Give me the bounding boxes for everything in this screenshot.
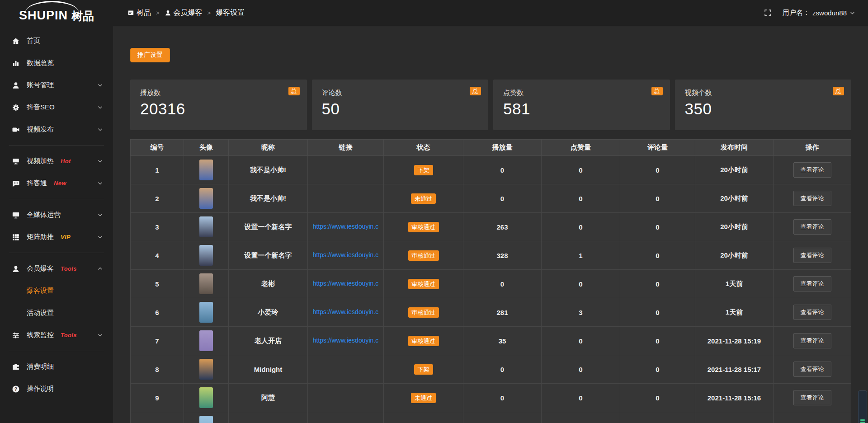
stat-label: 视频个数 [685, 89, 842, 97]
stat-value: 350 [685, 100, 842, 118]
video-link[interactable]: https://www.iesdouyin.c [313, 308, 379, 315]
fullscreen-icon[interactable] [764, 9, 772, 17]
breadcrumb-label: 会员爆客 [174, 8, 203, 18]
floating-widget[interactable] [858, 390, 867, 423]
sidebar-item-operation-guide[interactable]: ? 操作说明 [0, 378, 113, 400]
stat-value: 50 [322, 100, 479, 118]
status-badge: 下架 [414, 165, 433, 175]
row-plays: 0 [500, 280, 504, 288]
sidebar-item-label: 全媒体运营 [27, 211, 61, 219]
column-header: 昵称 [229, 140, 308, 156]
breadcrumb-item-member[interactable]: 会员爆客 [165, 8, 203, 18]
row-comments: 0 [656, 309, 659, 316]
total-badge: 总 [470, 87, 481, 95]
view-comments-button[interactable]: 查看评论 [793, 333, 831, 348]
view-comments-button[interactable]: 查看评论 [793, 276, 831, 291]
view-comments-button[interactable]: 查看评论 [793, 162, 831, 178]
sidebar-item-account-management[interactable]: 账号管理 [0, 74, 113, 96]
sidebar-item-label: 账号管理 [27, 81, 54, 89]
row-likes: 0 [579, 166, 582, 174]
sidebar-item-media-operation[interactable]: 全媒体运营 [0, 204, 113, 226]
chevron-down-icon [97, 104, 103, 110]
row-nickname: 老人开店 [255, 337, 282, 344]
status-badge: 审核通过 [408, 222, 439, 232]
promo-settings-button[interactable]: 推广设置 [130, 48, 170, 62]
sidebar-item-home[interactable]: 首页 [0, 30, 113, 52]
row-id: 2 [155, 195, 159, 202]
bar-chart-icon [12, 59, 20, 67]
user-menu[interactable]: 用户名：zswodun88 [783, 9, 855, 17]
stat-card: 点赞数 581 总 [493, 80, 670, 130]
sliders-icon [12, 331, 20, 339]
sidebar-item-matrix-boost[interactable]: 矩阵助推 VIP [0, 226, 113, 248]
main-content: 推广设置 播放数 20316 总 评论数 50 总 点赞数 581 总 视频个数… [113, 26, 868, 423]
status-badge: 未通过 [411, 193, 436, 204]
video-link[interactable]: https://www.iesdouyin.c [313, 337, 379, 344]
row-plays: 328 [496, 252, 508, 259]
view-comments-button[interactable]: 查看评论 [793, 390, 831, 405]
table-row: 6 小爱玲 https://www.iesdouyin.c 审核通过 281 3… [131, 298, 851, 327]
sidebar-item-video-publish[interactable]: 视频发布 [0, 118, 113, 141]
sidebar-item-badge: Hot [61, 158, 71, 164]
row-likes: 0 [579, 280, 582, 288]
row-likes: 0 [579, 195, 582, 202]
sidebar-item-douyin-seo[interactable]: 抖音SEO [0, 96, 113, 118]
row-plays: 0 [500, 366, 504, 373]
sidebar-item-video-heating[interactable]: 视频加热 Hot [0, 150, 113, 172]
stat-value: 20316 [140, 100, 297, 118]
sidebar-item-consumption-detail[interactable]: 消费明细 [0, 356, 113, 378]
sidebar-item-label: 视频加热 [27, 157, 54, 165]
breadcrumb-item-home[interactable]: 树品 [127, 8, 151, 18]
sidebar-subitem-baoke-settings[interactable]: 爆客设置 [0, 280, 113, 302]
avatar [199, 330, 213, 351]
sidebar-item-member-baoke[interactable]: 会员爆客 Tools [0, 258, 113, 280]
sidebar-subitem-activity-settings[interactable]: 活动设置 [0, 302, 113, 324]
sidebar-item-label: 操作说明 [27, 385, 54, 393]
stat-card: 视频个数 350 总 [675, 80, 852, 130]
chevron-down-icon [97, 332, 103, 338]
sidebar-menu: 首页 数据总览 账号管理 抖音SEO 视频发布 视频加热 Hot 抖客通 New… [0, 30, 113, 400]
sidebar-item-label: 消费明细 [27, 362, 54, 371]
row-plays: 263 [496, 223, 508, 231]
sidebar-item-data-overview[interactable]: 数据总览 [0, 52, 113, 74]
row-time: 1天前 [726, 308, 743, 316]
dashboard-icon [127, 9, 134, 16]
chevron-down-icon [97, 234, 103, 240]
table-row: 8 Midnight 下架 0 0 0 2021-11-28 15:17 查看评… [131, 355, 851, 384]
table-row: 2 我不是小帅! 未通过 0 0 0 20小时前 查看评论 [131, 184, 851, 213]
video-link[interactable]: https://www.iesdouyin.c [313, 280, 379, 287]
row-likes: 0 [579, 337, 582, 345]
row-nickname: 我不是小帅! [250, 166, 286, 174]
video-link[interactable]: https://www.iesdouyin.c [313, 223, 379, 230]
video-link[interactable]: https://www.iesdouyin.c [313, 251, 379, 258]
screen-icon [12, 157, 20, 165]
table-row: 5 老彬 https://www.iesdouyin.c 审核通过 0 0 0 … [131, 270, 851, 298]
view-comments-button[interactable]: 查看评论 [793, 248, 831, 263]
column-header: 操作 [774, 140, 851, 156]
view-comments-button[interactable]: 查看评论 [793, 362, 831, 377]
sidebar-item-doukatong[interactable]: 抖客通 New [0, 172, 113, 194]
row-time: 20小时前 [720, 194, 748, 202]
view-comments-button[interactable]: 查看评论 [793, 219, 831, 235]
row-comments: 0 [656, 337, 659, 345]
chevron-up-icon [97, 266, 103, 272]
status-badge: 未通过 [411, 393, 436, 403]
breadcrumb-separator: > [155, 9, 160, 16]
breadcrumb: 树品 > 会员爆客 > 爆客设置 [127, 8, 245, 18]
row-time: 20小时前 [720, 251, 748, 259]
view-comments-button[interactable]: 查看评论 [793, 305, 831, 320]
view-comments-button[interactable]: 查看评论 [793, 191, 831, 206]
sidebar-item-clue-monitor[interactable]: 线索监控 Tools [0, 324, 113, 346]
column-header: 点赞量 [542, 140, 620, 156]
column-header: 评论量 [620, 140, 695, 156]
sidebar-item-label: 线索监控 [27, 331, 54, 339]
comment-icon [12, 179, 20, 188]
row-id: 5 [155, 280, 159, 288]
wallet-icon [12, 363, 20, 371]
avatar [199, 359, 213, 380]
status-badge: 审核通过 [408, 336, 439, 346]
status-badge: 审核通过 [408, 307, 439, 318]
row-likes: 0 [579, 366, 582, 373]
total-badge: 总 [833, 87, 844, 95]
table-row: 1 我不是小帅! 下架 0 0 0 20小时前 查看评论 [131, 156, 851, 184]
